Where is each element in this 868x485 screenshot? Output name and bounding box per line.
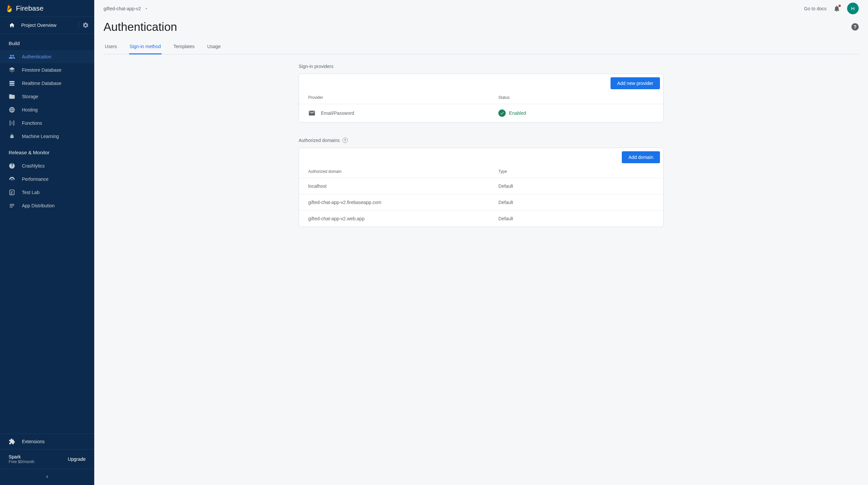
nav-label: Performance xyxy=(22,176,49,182)
topbar: gifted-chat-app-v2 Go to docs H xyxy=(94,0,868,17)
sidebar: Firebase Project Overview Build Authenti… xyxy=(0,0,94,485)
providers-card: Add new provider Provider Status Email/P… xyxy=(299,74,663,122)
home-icon xyxy=(9,22,15,29)
domain-row[interactable]: gifted-chat-app-v2.firebaseapp.com Defau… xyxy=(299,194,663,210)
section-label-domains: Authorized domains ? xyxy=(299,138,663,143)
sidebar-item-realtime-database[interactable]: Realtime Database xyxy=(0,77,94,90)
people-icon xyxy=(9,54,15,60)
sidebar-item-authentication[interactable]: Authentication xyxy=(0,50,94,63)
svg-rect-7 xyxy=(10,190,14,195)
question-icon: ? xyxy=(854,24,857,30)
add-domain-button[interactable]: Add domain xyxy=(622,151,660,163)
extensions-icon xyxy=(9,438,15,445)
go-to-docs-link[interactable]: Go to docs xyxy=(804,6,827,11)
email-icon xyxy=(308,109,315,117)
sidebar-header: Firebase xyxy=(0,0,94,17)
help-icon[interactable]: ? xyxy=(342,138,348,143)
domain-type: Default xyxy=(498,184,654,189)
distribute-icon xyxy=(9,202,15,209)
sidebar-item-performance[interactable]: Performance xyxy=(0,172,94,186)
nav-label: Firestore Database xyxy=(22,67,61,73)
help-button[interactable]: ? xyxy=(851,23,859,31)
domains-card: Add domain Authorized domain Type localh… xyxy=(299,148,663,227)
domain-type: Default xyxy=(498,200,654,205)
avatar[interactable]: H xyxy=(847,3,859,14)
tab-users[interactable]: Users xyxy=(104,40,118,55)
collapse-sidebar-button[interactable] xyxy=(0,469,94,485)
project-name: gifted-chat-app-v2 xyxy=(103,6,141,11)
sidebar-item-functions[interactable]: Functions xyxy=(0,117,94,130)
nav-label: Crashlytics xyxy=(22,163,44,168)
domain-name: localhost xyxy=(308,184,498,189)
notifications-button[interactable] xyxy=(833,5,840,12)
gauge-icon xyxy=(9,176,15,183)
tab-templates[interactable]: Templates xyxy=(173,40,195,55)
svg-rect-1 xyxy=(10,83,14,84)
robot-icon xyxy=(9,133,15,140)
domain-name: gifted-chat-app-v2.web.app xyxy=(308,216,498,221)
layers-icon xyxy=(9,67,15,73)
project-overview-row[interactable]: Project Overview xyxy=(0,17,94,34)
nav-label: Test Lab xyxy=(22,190,39,195)
domain-row[interactable]: localhost Default xyxy=(299,178,663,194)
sidebar-item-test-lab[interactable]: Test Lab xyxy=(0,186,94,199)
brand-text: Firebase xyxy=(16,4,43,12)
provider-row[interactable]: Email/Password Enabled xyxy=(299,104,663,122)
folder-icon xyxy=(9,93,15,100)
notification-dot-icon xyxy=(838,4,841,7)
sidebar-item-hosting[interactable]: Hosting xyxy=(0,103,94,117)
svg-rect-2 xyxy=(10,85,14,86)
main: gifted-chat-app-v2 Go to docs H Authenti… xyxy=(94,0,868,485)
sidebar-item-crashlytics[interactable]: Crashlytics xyxy=(0,159,94,172)
avatar-initial: H xyxy=(851,6,855,11)
sidebar-item-storage[interactable]: Storage xyxy=(0,90,94,103)
domains-table-header: Authorized domain Type xyxy=(299,166,663,178)
nav-label: Authentication xyxy=(22,54,52,59)
domain-name: gifted-chat-app-v2.firebaseapp.com xyxy=(308,200,498,205)
nav-label: Machine Learning xyxy=(22,134,59,139)
svg-point-6 xyxy=(12,136,13,137)
sidebar-item-firestore-database[interactable]: Firestore Database xyxy=(0,63,94,77)
providers-table-header: Provider Status xyxy=(299,93,663,104)
check-circle-icon xyxy=(498,109,506,117)
divider xyxy=(79,22,79,29)
crash-icon xyxy=(9,163,15,169)
tab-sign-in-method[interactable]: Sign-in method xyxy=(129,40,162,55)
sidebar-item-extensions[interactable]: Extensions xyxy=(0,433,94,449)
provider-status: Enabled xyxy=(509,110,526,116)
content-scroll[interactable]: Sign-in providers Add new provider Provi… xyxy=(94,55,868,485)
chevron-left-icon xyxy=(44,474,51,480)
globe-icon xyxy=(9,106,15,113)
plan-sub: Free $0/month xyxy=(9,459,34,464)
col-status: Status xyxy=(498,95,654,100)
plan-name: Spark xyxy=(9,454,34,459)
col-domain: Authorized domain xyxy=(308,169,498,174)
firebase-flame-icon xyxy=(6,5,12,11)
upgrade-button[interactable]: Upgrade xyxy=(68,456,86,462)
svg-rect-0 xyxy=(10,81,14,82)
section-label-providers: Sign-in providers xyxy=(299,64,663,69)
section-title-build[interactable]: Build xyxy=(0,34,94,50)
sidebar-item-machine-learning[interactable]: Machine Learning xyxy=(0,130,94,143)
sidebar-nav: Build AuthenticationFirestore DatabaseRe… xyxy=(0,34,94,433)
sidebar-item-app-distribution[interactable]: App Distribution xyxy=(0,199,94,212)
svg-point-3 xyxy=(11,134,12,135)
page-header: Authentication ? UsersSign-in methodTemp… xyxy=(94,17,868,55)
database-icon xyxy=(9,80,15,87)
project-selector[interactable]: gifted-chat-app-v2 xyxy=(103,6,148,11)
nav-label: Hosting xyxy=(22,107,37,112)
nav-label: App Distribution xyxy=(22,203,55,208)
extensions-label: Extensions xyxy=(22,439,44,444)
nav-label: Realtime Database xyxy=(22,80,61,86)
tab-usage[interactable]: Usage xyxy=(207,40,221,55)
domain-row[interactable]: gifted-chat-app-v2.web.app Default xyxy=(299,210,663,227)
add-new-provider-button[interactable]: Add new provider xyxy=(611,77,660,89)
tabs: UsersSign-in methodTemplatesUsage xyxy=(103,40,859,55)
col-provider: Provider xyxy=(308,95,498,100)
gear-icon[interactable] xyxy=(82,22,89,29)
functions-icon xyxy=(9,120,15,126)
domain-type: Default xyxy=(498,216,654,221)
col-type: Type xyxy=(498,169,654,174)
section-title-release[interactable]: Release & Monitor xyxy=(0,143,94,159)
firebase-logo[interactable]: Firebase xyxy=(6,4,43,12)
